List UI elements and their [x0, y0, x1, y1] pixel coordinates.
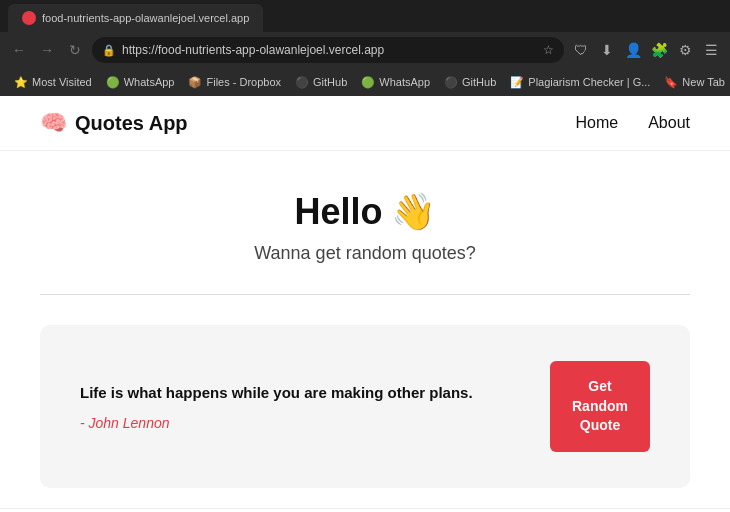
bookmark-github-2[interactable]: ⚫ GitHub: [438, 73, 502, 92]
browser-tabs-bar: food-nutrients-app-olawanlejoel.vercel.a…: [0, 0, 730, 32]
plagiarism-icon: 📝: [510, 76, 524, 89]
section-divider: [40, 294, 690, 295]
home-nav-link[interactable]: Home: [576, 114, 619, 132]
whatsapp-icon-2: 🟢: [361, 76, 375, 89]
url-text: https://food-nutrients-app-olawanlejoel.…: [122, 43, 537, 57]
lock-icon: 🔒: [102, 44, 116, 57]
github-icon-1: ⚫: [295, 76, 309, 89]
bookmark-label: WhatsApp: [379, 76, 430, 88]
back-button[interactable]: ←: [8, 39, 30, 61]
browser-nav-bar: ← → ↻ 🔒 https://food-nutrients-app-olawa…: [0, 32, 730, 68]
hero-title: Hello 👋: [294, 191, 435, 233]
bookmark-label: GitHub: [462, 76, 496, 88]
app-main: Hello 👋 Wanna get random quotes? Life is…: [0, 151, 730, 508]
about-nav-link[interactable]: About: [648, 114, 690, 132]
get-random-quote-button[interactable]: Get Random Quote: [550, 361, 650, 452]
bookmark-label: WhatsApp: [124, 76, 175, 88]
bookmark-github-1[interactable]: ⚫ GitHub: [289, 73, 353, 92]
bookmark-label: Plagiarism Checker | G...: [528, 76, 650, 88]
profile-icon[interactable]: 👤: [622, 39, 644, 61]
app-nav-links: Home About: [576, 114, 691, 132]
brand-name: Quotes App: [75, 112, 188, 135]
forward-button[interactable]: →: [36, 39, 58, 61]
hero-subtitle: Wanna get random quotes?: [254, 243, 475, 264]
shield-icon[interactable]: 🛡: [570, 39, 592, 61]
tab-favicon: [22, 11, 36, 25]
github-icon-2: ⚫: [444, 76, 458, 89]
bookmark-new-tab[interactable]: 🔖 New Tab: [658, 73, 730, 92]
nav-right-icons: 🛡 ⬇ 👤 🧩 ⚙ ☰: [570, 39, 722, 61]
app-navbar: 🧠 Quotes App Home About: [0, 96, 730, 151]
app-footer: © Logrocket Tutorial Guide by Joel Olawa…: [0, 508, 730, 512]
bookmark-whatsapp-2[interactable]: 🟢 WhatsApp: [355, 73, 436, 92]
menu-icon[interactable]: ☰: [700, 39, 722, 61]
bookmark-dropbox[interactable]: 📦 Files - Dropbox: [182, 73, 287, 92]
bookmarks-bar: ⭐ Most Visited 🟢 WhatsApp 📦 Files - Drop…: [0, 68, 730, 96]
quote-card: Life is what happens while you are makin…: [40, 325, 690, 488]
quote-text: Life is what happens while you are makin…: [80, 382, 520, 405]
app-brand: 🧠 Quotes App: [40, 110, 188, 136]
bookmark-plagiarism[interactable]: 📝 Plagiarism Checker | G...: [504, 73, 656, 92]
settings-icon[interactable]: ⚙: [674, 39, 696, 61]
browser-tab[interactable]: food-nutrients-app-olawanlejoel.vercel.a…: [8, 4, 263, 32]
brand-emoji: 🧠: [40, 110, 67, 136]
extensions-icon[interactable]: 🧩: [648, 39, 670, 61]
browser-chrome: food-nutrients-app-olawanlejoel.vercel.a…: [0, 0, 730, 96]
bookmark-label: Files - Dropbox: [206, 76, 281, 88]
bookmark-label: GitHub: [313, 76, 347, 88]
app-wrapper: 🧠 Quotes App Home About Hello 👋 Wanna ge…: [0, 96, 730, 512]
bookmark-most-visited[interactable]: ⭐ Most Visited: [8, 73, 98, 92]
bookmark-label: Most Visited: [32, 76, 92, 88]
quote-content: Life is what happens while you are makin…: [80, 382, 520, 431]
tab-title: food-nutrients-app-olawanlejoel.vercel.a…: [42, 12, 249, 24]
bookmark-whatsapp-1[interactable]: 🟢 WhatsApp: [100, 73, 181, 92]
reload-button[interactable]: ↻: [64, 39, 86, 61]
download-icon[interactable]: ⬇: [596, 39, 618, 61]
star-icon[interactable]: ☆: [543, 43, 554, 57]
url-bar[interactable]: 🔒 https://food-nutrients-app-olawanlejoe…: [92, 37, 564, 63]
whatsapp-icon-1: 🟢: [106, 76, 120, 89]
wave-emoji: 👋: [391, 191, 436, 233]
most-visited-icon: ⭐: [14, 76, 28, 89]
url-icons: ☆: [543, 43, 554, 57]
bookmark-label: New Tab: [682, 76, 725, 88]
hero-title-text: Hello: [294, 191, 382, 233]
quote-author: - John Lennon: [80, 415, 520, 431]
dropbox-icon: 📦: [188, 76, 202, 89]
new-tab-icon: 🔖: [664, 76, 678, 89]
